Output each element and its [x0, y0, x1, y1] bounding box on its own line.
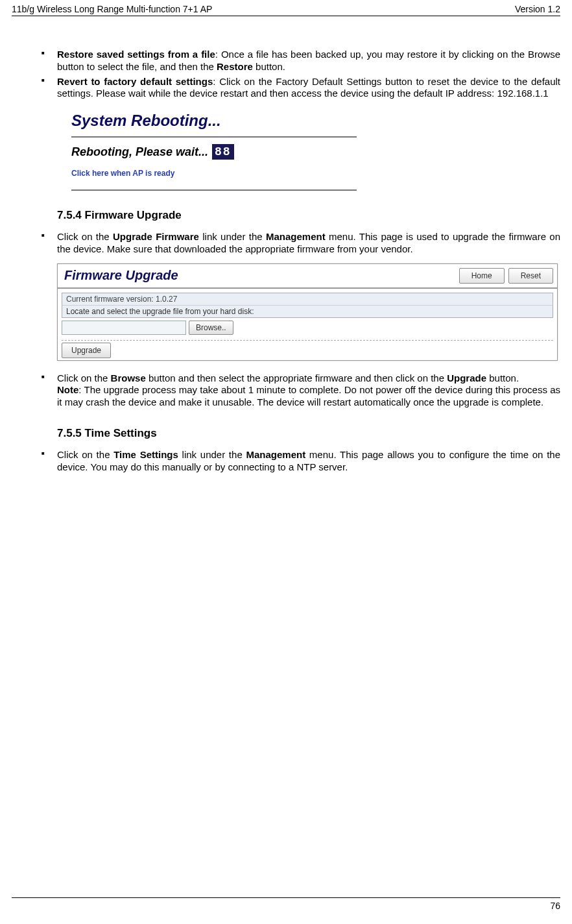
b3-mid: button and then select the appropriate f… [146, 372, 447, 383]
b3-b1: Browse [111, 372, 146, 383]
firmware-title: Firmware Upgrade [64, 268, 455, 283]
b4-mid: link under the [178, 449, 246, 460]
browse-button[interactable]: Browse.. [189, 321, 233, 335]
fw-bold2: Management [266, 231, 326, 242]
header-left: 11b/g Wireless Long Range Multi-function… [12, 4, 212, 14]
list-item: Click on the Browse button and then sele… [57, 372, 560, 409]
restore-bold2: Restore [217, 61, 253, 72]
reset-button[interactable]: Reset [508, 268, 553, 284]
b3-pre: Click on the [57, 372, 111, 383]
page-number: 76 [550, 901, 560, 911]
restore-bold: Restore saved settings from a file [57, 49, 215, 60]
firmware-panel: Firmware Upgrade Home Reset Current firm… [57, 263, 558, 361]
upgrade-button[interactable]: Upgrade [62, 343, 111, 358]
fw-text-mid: link under the [199, 231, 266, 242]
bullet-list-2: Click on the Upgrade Firmware link under… [12, 231, 560, 256]
firmware-file-input[interactable] [62, 321, 186, 335]
reboot-ready-link[interactable]: Click here when AP is ready [71, 169, 357, 178]
home-button[interactable]: Home [459, 268, 505, 284]
firmware-file-row: Browse.. [62, 321, 553, 335]
firmware-locate-label: Locate and select the upgrade file from … [62, 305, 553, 318]
content-area: Restore saved settings from a file: Once… [12, 16, 560, 473]
bullet-list-3: Click on the Browse button and then sele… [12, 372, 560, 409]
reboot-panel: System Rebooting... Rebooting, Please wa… [71, 112, 357, 191]
firmware-bottom: Upgrade [62, 340, 553, 360]
reboot-title: System Rebooting... [71, 112, 357, 138]
header-right: Version 1.2 [515, 4, 560, 14]
reboot-wait-line: Rebooting, Please wait... 88 [71, 144, 357, 160]
b3-b2: Upgrade [447, 372, 486, 383]
page: 11b/g Wireless Long Range Multi-function… [0, 0, 572, 924]
b4-b2: Management [246, 449, 305, 460]
fw-bold1: Upgrade Firmware [113, 231, 199, 242]
reboot-wait-text: Rebooting, Please wait... [71, 145, 208, 159]
fw-text-pre: Click on the [57, 231, 113, 242]
firmware-header: Firmware Upgrade Home Reset [58, 264, 557, 289]
list-item: Restore saved settings from a file: Once… [57, 49, 560, 73]
b3-note: : The upgrade process may take about 1 m… [57, 384, 560, 407]
bullet-list-1: Restore saved settings from a file: Once… [12, 49, 560, 100]
footer-bar: 76 [12, 897, 560, 911]
list-item: Revert to factory default settings: Clic… [57, 76, 560, 101]
section-755-heading: 7.5.5 Time Settings [57, 427, 560, 440]
bullet-list-4: Click on the Time Settings link under th… [12, 449, 560, 474]
reboot-counter: 88 [212, 144, 234, 160]
b3-post: button. [486, 372, 519, 383]
reboot-divider [71, 189, 357, 191]
restore-text2: button. [253, 61, 285, 72]
header-bar: 11b/g Wireless Long Range Multi-function… [12, 0, 560, 16]
b3-note-b: Note [57, 384, 78, 395]
firmware-current-version: Current firmware version: 1.0.27 [62, 293, 553, 305]
section-754-heading: 7.5.4 Firmware Upgrade [57, 209, 560, 222]
list-item: Click on the Upgrade Firmware link under… [57, 231, 560, 256]
b4-pre: Click on the [57, 449, 113, 460]
b4-b1: Time Settings [113, 449, 178, 460]
revert-bold: Revert to factory default settings [57, 76, 213, 87]
list-item: Click on the Time Settings link under th… [57, 449, 560, 474]
